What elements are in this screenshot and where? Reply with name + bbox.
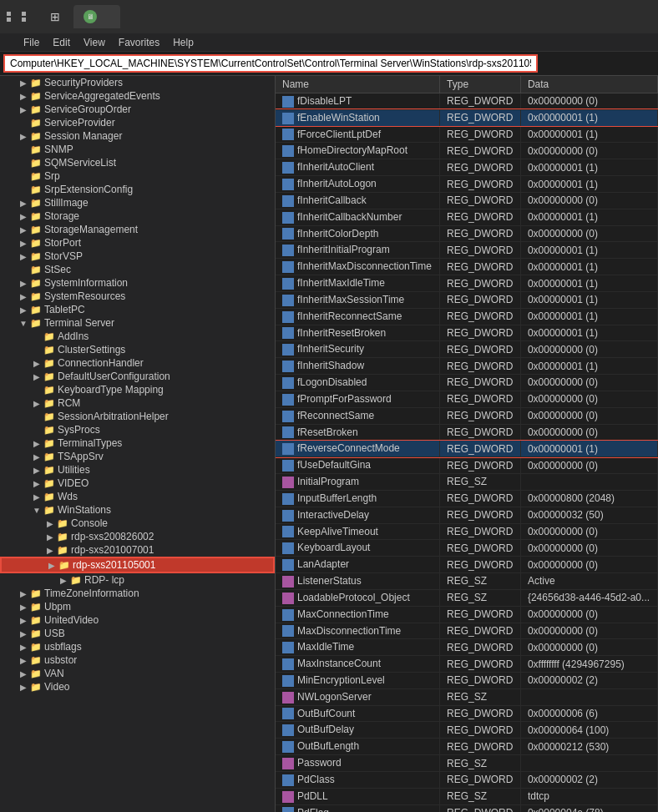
tree-item-sysinfo[interactable]: ▶📁SystemInformation (0, 276, 275, 290)
table-row[interactable]: fInheritMaxIdleTimeREG_DWORD0x00000001 (… (276, 275, 658, 292)
menu-favorites[interactable]: Favorites (112, 35, 166, 50)
tree-item-usbstor[interactable]: ▶📁usbstor (0, 653, 275, 667)
table-row[interactable]: InitialProgramREG_SZ (276, 474, 658, 491)
tree-item-video[interactable]: ▶📁VIDEO (0, 477, 275, 490)
table-row[interactable]: OutBufDelayREG_DWORD0x00000064 (100) (276, 722, 658, 739)
table-row[interactable]: KeyboardLayoutREG_DWORD0x00000000 (0) (276, 540, 658, 557)
table-row[interactable]: fEnableWinStationREG_DWORD0x00000001 (1) (276, 109, 658, 126)
tree-item-winstations[interactable]: ▼📁WinStations (0, 503, 275, 517)
address-input[interactable] (3, 54, 538, 73)
menu-view[interactable]: View (77, 35, 112, 50)
table-row[interactable]: InteractiveDelayREG_DWORD0x00000032 (50) (276, 507, 658, 523)
tree-item-van[interactable]: ▶📁VAN (0, 667, 275, 680)
tree-item-sysprocs[interactable]: 📁SysProcs (0, 423, 275, 436)
tree-item-ubpm[interactable]: ▶📁Ubpm (0, 600, 275, 613)
desktop-tab[interactable]: 🖥 (73, 5, 120, 28)
table-row[interactable]: fDisableLPTREG_DWORD0x00000000 (0) (276, 93, 658, 110)
table-row[interactable]: fInheritAutoLogonREG_DWORD0x00000001 (1) (276, 176, 658, 193)
table-row[interactable]: fInheritResetBrokenREG_DWORD0x00000001 (… (276, 325, 658, 341)
tree-item-tsappsrv[interactable]: ▶📁TSAppSrv (0, 450, 275, 463)
tree-item-rdpsxs105001[interactable]: ▶📁rdp-sxs201105001 (0, 557, 275, 573)
col-data[interactable]: Data (520, 76, 657, 93)
menu-file[interactable]: File (17, 35, 46, 50)
tree-item-rdpsxs107001[interactable]: ▶📁rdp-sxs201007001 (0, 543, 275, 557)
table-row[interactable]: fUseDefaultGinaREG_DWORD0x00000000 (0) (276, 457, 658, 474)
table-row[interactable]: fInheritSecurityREG_DWORD0x00000000 (0) (276, 341, 658, 358)
table-row[interactable]: fInheritColorDepthREG_DWORD0x00000000 (0… (276, 225, 658, 242)
tree-item-utilities[interactable]: ▶📁Utilities (0, 463, 275, 477)
table-row[interactable]: fLogonDisabledREG_DWORD0x00000000 (0) (276, 375, 658, 391)
table-row[interactable]: PdClassREG_DWORD0x00000002 (2) (276, 771, 658, 788)
tree-item-termserv[interactable]: ▼📁Terminal Server (0, 316, 275, 330)
tree-item-storport[interactable]: ▶📁StorPort (0, 236, 275, 250)
tree-item-console[interactable]: ▶📁Console (0, 517, 275, 530)
table-row[interactable]: ListenerStatusREG_SZActive (276, 573, 658, 590)
table-row[interactable]: LanAdapterREG_DWORD0x00000000 (0) (276, 557, 658, 573)
tree-item-defuserconf[interactable]: ▶📁DefaultUserConfiguration (0, 370, 275, 383)
tree-item-termtypes[interactable]: ▶📁TerminalTypes (0, 436, 275, 450)
tree-item-addins[interactable]: 📁AddIns (0, 330, 275, 343)
table-row[interactable]: fInheritMaxSessionTimeREG_DWORD0x0000000… (276, 291, 658, 308)
all-resources-button[interactable]: ⊞ (43, 10, 70, 23)
table-row[interactable]: fPromptForPasswordREG_DWORD0x00000000 (0… (276, 391, 658, 407)
table-row[interactable]: fInheritInitialProgramREG_DWORD0x0000000… (276, 242, 658, 259)
table-row[interactable]: MinEncryptionLevelREG_DWORD0x00000002 (2… (276, 672, 658, 688)
table-row[interactable]: NWLogonServerREG_SZ (276, 688, 658, 705)
tree-item-sessmgr[interactable]: ▶📁Session Manager (0, 129, 275, 143)
table-row[interactable]: fReverseConnectModeREG_DWORD0x00000001 (… (276, 441, 658, 457)
table-row[interactable]: MaxConnectionTimeREG_DWORD0x00000000 (0) (276, 606, 658, 623)
menu-help[interactable]: Help (166, 35, 200, 50)
table-row[interactable]: MaxDisconnectionTimeREG_DWORD0x00000000 … (276, 623, 658, 639)
table-row[interactable]: LoadableProtocol_ObjectREG_SZ{24656d38-a… (276, 589, 658, 606)
tree-item-storage[interactable]: ▶📁Storage (0, 209, 275, 223)
tree-item-rdpsxs826002[interactable]: ▶📁rdp-sxs200826002 (0, 530, 275, 543)
table-row[interactable]: fHomeDirectoryMapRootREG_DWORD0x00000000… (276, 143, 658, 159)
tree-item-video2[interactable]: ▶📁Video (0, 680, 275, 693)
tree-item-secprov[interactable]: ▶📁SecurityProviders (0, 76, 275, 89)
tree-item-stsec[interactable]: 📁StSec (0, 263, 275, 276)
table-row[interactable]: PdDLLREG_SZtdtcp (276, 788, 658, 804)
col-name[interactable]: Name (276, 76, 440, 93)
table-row[interactable]: fInheritMaxDisconnectionTimeREG_DWORD0x0… (276, 259, 658, 275)
tree-item-svcagg[interactable]: ▶📁ServiceAggregatedEvents (0, 89, 275, 103)
tree-item-tzinfo[interactable]: ▶📁TimeZoneInformation (0, 587, 275, 600)
table-row[interactable]: PdFlagREG_DWORD0x0000004e (78) (276, 804, 658, 812)
tree-item-svcgrp[interactable]: ▶📁ServiceGroupOrder (0, 103, 275, 116)
table-row[interactable]: KeepAliveTimeoutREG_DWORD0x00000000 (0) (276, 523, 658, 540)
tree-item-stillimg[interactable]: ▶📁StillImage (0, 196, 275, 209)
tree-item-usb[interactable]: ▶📁USB (0, 627, 275, 640)
tree-item-storvsp[interactable]: ▶📁StorVSP (0, 250, 275, 263)
table-row[interactable]: fInheritAutoClientREG_DWORD0x00000001 (1… (276, 159, 658, 176)
app-grid-icon[interactable] (7, 12, 35, 22)
tree-item-kbdmap[interactable]: 📁KeyboardType Mapping (0, 383, 275, 396)
tree-item-sqmsvc[interactable]: 📁SQMServiceList (0, 156, 275, 169)
tree-item-unitedvid[interactable]: ▶📁UnitedVideo (0, 613, 275, 627)
table-row[interactable]: fResetBrokenREG_DWORD0x00000000 (0) (276, 424, 658, 441)
tree-item-svcprov[interactable]: 📁ServiceProvider (0, 116, 275, 129)
table-row[interactable]: fInheritCallbackREG_DWORD0x00000000 (0) (276, 192, 658, 209)
menu-edit[interactable]: Edit (46, 35, 77, 50)
tree-item-rdplcp[interactable]: ▶📁RDP- lcp (0, 573, 275, 587)
tree-item-storemgmt[interactable]: ▶📁StorageManagement (0, 223, 275, 236)
tree-item-clustersets[interactable]: 📁ClusterSettings (0, 343, 275, 356)
tree-item-rcm[interactable]: ▶📁RCM (0, 396, 275, 410)
table-row[interactable]: fInheritCallbackNumberREG_DWORD0x0000000… (276, 209, 658, 225)
table-row[interactable]: MaxInstanceCountREG_DWORD0xffffffff (429… (276, 656, 658, 673)
table-row[interactable]: MaxIdleTimeREG_DWORD0x00000000 (0) (276, 639, 658, 656)
table-row[interactable]: OutBufCountREG_DWORD0x00000006 (6) (276, 705, 658, 722)
table-row[interactable]: fInheritReconnectSameREG_DWORD0x00000001… (276, 308, 658, 325)
table-row[interactable]: InputBufferLengthREG_DWORD0x00000800 (20… (276, 490, 658, 507)
tree-item-wds[interactable]: ▶📁Wds (0, 490, 275, 503)
table-row[interactable]: fForceClientLptDefREG_DWORD0x00000001 (1… (276, 126, 658, 143)
tree-item-srp[interactable]: 📁Srp (0, 169, 275, 183)
tree-item-snmp[interactable]: 📁SNMP (0, 143, 275, 156)
table-row[interactable]: fReconnectSameREG_DWORD0x00000000 (0) (276, 407, 658, 424)
table-row[interactable]: fInheritShadowREG_DWORD0x00000001 (1) (276, 358, 658, 375)
table-row[interactable]: OutBufLengthREG_DWORD0x00000212 (530) (276, 739, 658, 755)
tree-item-tabletpc[interactable]: ▶📁TabletPC (0, 303, 275, 316)
tree-item-sysres[interactable]: ▶📁SystemResources (0, 290, 275, 303)
tree-item-connhandler[interactable]: ▶📁ConnectionHandler (0, 356, 275, 370)
table-row[interactable]: PasswordREG_SZ (276, 755, 658, 772)
tree-item-usbflags[interactable]: ▶📁usbflags (0, 640, 275, 653)
tree-item-srpext[interactable]: 📁SrpExtensionConfig (0, 183, 275, 196)
